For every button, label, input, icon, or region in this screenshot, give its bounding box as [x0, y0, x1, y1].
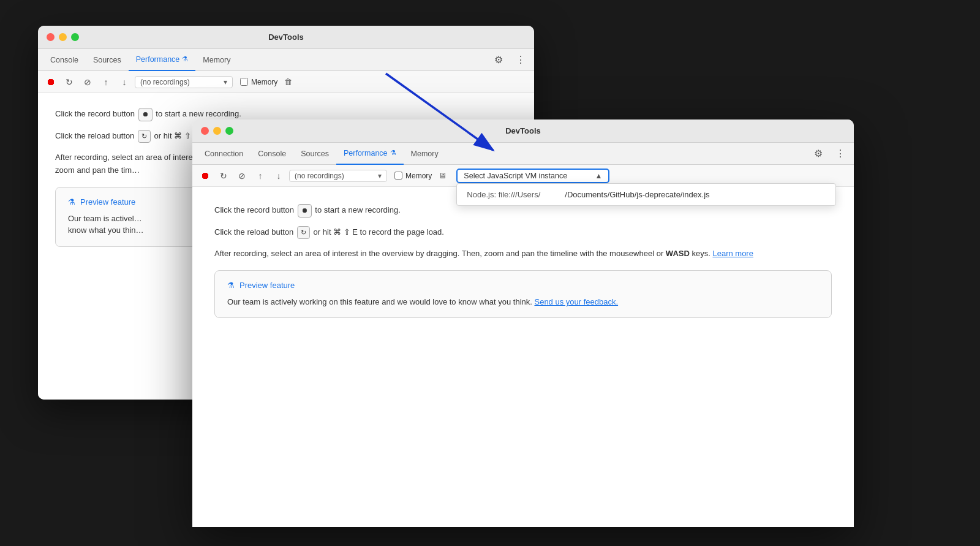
minimize-button-back[interactable] — [59, 33, 67, 41]
close-button-front[interactable] — [201, 127, 209, 135]
settings-icon-back[interactable]: ⚙ — [490, 51, 507, 69]
back-tabs-bar: Console Sources Performance ⚗ Memory ⚙ ⋮ — [38, 49, 534, 71]
memory-checkbox-back: Memory — [240, 78, 277, 86]
maximize-button-back[interactable] — [71, 33, 79, 41]
reload-kbd-back: ↻ — [138, 130, 151, 143]
traffic-lights-back — [47, 33, 79, 41]
memory-checkbox-input-back[interactable] — [240, 78, 248, 86]
reload-kbd-front: ↻ — [297, 226, 310, 240]
front-toolbar: ⏺ ↻ ⊘ ↑ ↓ (no recordings) ▾ Memory 🖥 Sel… — [192, 165, 854, 187]
minimize-button-front[interactable] — [213, 127, 221, 135]
tab-console-back[interactable]: Console — [43, 49, 86, 71]
tab-memory-front[interactable]: Memory — [404, 143, 446, 165]
vm-option-right: /Documents/GitHub/js-deprecate/index.js — [565, 190, 709, 199]
wasd-bold: WASD — [666, 249, 690, 258]
garbage-icon-back[interactable]: 🗑 — [280, 74, 296, 90]
feedback-link[interactable]: Send us your feedback. — [534, 297, 618, 306]
front-preview-text: Our team is actively working on this fea… — [227, 296, 819, 308]
front-tabs-bar: Connection Console Sources Performance ⚗… — [192, 143, 854, 165]
front-preview-title: ⚗ Preview feature — [227, 281, 819, 290]
memory-checkbox-input-front[interactable] — [394, 172, 402, 180]
record-kbd-front: ⏺ — [298, 204, 312, 218]
front-window-title: DevTools — [505, 126, 541, 135]
vm-option-0[interactable]: Node.js: file:///Users/ /Documents/GitHu… — [457, 184, 835, 205]
cpu-throttle-icon-front[interactable]: 🖥 — [434, 168, 450, 184]
tab-performance-front[interactable]: Performance ⚗ — [336, 143, 404, 165]
more-icon-back[interactable]: ⋮ — [512, 51, 529, 69]
back-window-title: DevTools — [268, 32, 304, 42]
vm-selector: Select JavaScript VM instance ▲ Node.js:… — [456, 169, 609, 183]
tab-sources-back[interactable]: Sources — [86, 49, 129, 71]
front-para3: After recording, select an area of inter… — [214, 248, 832, 260]
flask-preview-icon-back: ⚗ — [68, 197, 75, 207]
back-toolbar: ⏺ ↻ ⊘ ↑ ↓ (no recordings) ▾ Memory 🗑 — [38, 71, 534, 93]
reload-button-front[interactable]: ↻ — [216, 168, 232, 184]
record-button-back[interactable]: ⏺ — [43, 74, 59, 90]
memory-checkbox-front: Memory — [394, 172, 432, 180]
vm-dropdown: Node.js: file:///Users/ /Documents/GitHu… — [456, 183, 836, 206]
upload-button-front[interactable]: ↑ — [252, 168, 268, 184]
stop-button-back[interactable]: ⊘ — [80, 74, 96, 90]
stop-button-front[interactable]: ⊘ — [234, 168, 250, 184]
back-titlebar: DevTools — [38, 26, 534, 49]
tab-sources-front[interactable]: Sources — [293, 143, 336, 165]
front-para2: Click the reload button ↻ or hit ⌘ ⇧ E t… — [214, 226, 832, 240]
upload-button-back[interactable]: ↑ — [98, 74, 114, 90]
close-button-back[interactable] — [47, 33, 55, 41]
tab-console-front[interactable]: Console — [251, 143, 293, 165]
more-icon-front[interactable]: ⋮ — [832, 145, 849, 162]
flask-preview-icon-front: ⚗ — [227, 281, 235, 290]
tabs-right-back: ⚙ ⋮ — [490, 51, 529, 69]
vm-select-button[interactable]: Select JavaScript VM instance ▲ — [456, 169, 609, 183]
traffic-lights-front — [201, 127, 233, 135]
reload-button-back[interactable]: ↻ — [61, 74, 77, 90]
tab-memory-back[interactable]: Memory — [195, 49, 238, 71]
front-window: DevTools Connection Console Sources Perf… — [192, 119, 854, 527]
tabs-right-front: ⚙ ⋮ — [810, 145, 849, 162]
learn-more-link[interactable]: Learn more — [712, 249, 753, 258]
maximize-button-front[interactable] — [225, 127, 233, 135]
flask-icon-back: ⚗ — [182, 55, 188, 63]
front-content: Click the record button ⏺ to start a new… — [192, 187, 854, 527]
download-button-front[interactable]: ↓ — [271, 168, 287, 184]
vm-dropdown-arrow: ▲ — [595, 172, 602, 180]
recordings-dropdown-back[interactable]: (no recordings) ▾ — [135, 76, 233, 88]
front-para1: Click the record button ⏺ to start a new… — [214, 204, 832, 218]
front-titlebar: DevTools — [192, 119, 854, 143]
front-preview-box: ⚗ Preview feature Our team is actively w… — [214, 270, 832, 319]
flask-icon-front: ⚗ — [390, 149, 396, 157]
download-button-back[interactable]: ↓ — [116, 74, 132, 90]
tab-connection-front[interactable]: Connection — [197, 143, 251, 165]
settings-icon-front[interactable]: ⚙ — [810, 145, 827, 162]
recordings-dropdown-front[interactable]: (no recordings) ▾ — [289, 170, 387, 182]
record-button-front[interactable]: ⏺ — [197, 168, 213, 184]
record-kbd-back: ⏺ — [138, 108, 153, 121]
vm-option-left: Node.js: file:///Users/ — [467, 190, 540, 199]
tab-performance-back[interactable]: Performance ⚗ — [129, 49, 196, 71]
